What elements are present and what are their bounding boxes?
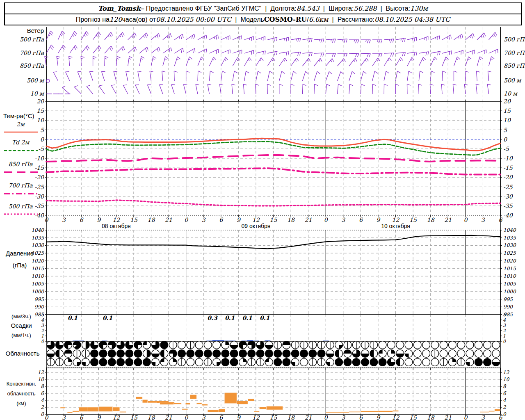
cloud-okta-fill <box>243 358 247 362</box>
header2-part: COSMO-RU <box>264 16 307 23</box>
pressure-ytick-right: 990 <box>503 304 513 310</box>
cloud-okta-fill <box>396 354 404 357</box>
cloud-okta-fill <box>225 341 229 345</box>
header2-part: 120 <box>110 16 122 23</box>
precip-ytick-right: 5 <box>503 312 506 317</box>
hour-tick-label-bottom: 3 <box>62 414 66 420</box>
precip-units-3h: (мм/3ч.) <box>11 313 31 320</box>
convective-cloud-box <box>237 401 248 404</box>
cloud-okta-symbol <box>484 358 491 366</box>
cloud-okta-symbol <box>178 341 186 349</box>
cloud-okta-symbol <box>431 358 439 366</box>
hour-tick-label-bottom: 18 <box>427 414 435 420</box>
hour-tick-label: 18 <box>287 217 295 223</box>
pressure-ytick-right: 1010 <box>503 273 516 279</box>
cloud-okta-symbol <box>449 350 457 358</box>
precip-ytick-right: 3 <box>503 323 506 328</box>
hour-tick-label-bottom: 0 <box>463 414 468 420</box>
hour-tick-label: 6 <box>80 217 84 223</box>
wind-level-label-left: 850 гПа <box>20 62 44 69</box>
cloud-okta-fill <box>466 362 470 366</box>
precip-3h-value: 0.1 <box>242 315 252 321</box>
cloud-okta-symbol <box>134 358 142 366</box>
hour-tick-label: 21 <box>444 217 452 223</box>
hour-tick-label-bottom: 6 <box>499 414 503 420</box>
cloud-okta-symbol <box>187 350 194 358</box>
temp-legend-label: 500 гПа <box>8 203 33 210</box>
convective-cloud-box <box>254 411 260 412</box>
cloud-okta-fill <box>147 350 151 358</box>
cloud-okta-fill <box>265 358 269 362</box>
cloud-okta-symbol <box>405 341 413 349</box>
cloud-okta-symbol <box>108 350 116 358</box>
convective-cloud-box <box>489 411 495 412</box>
cloud-okta-symbol <box>274 350 282 358</box>
conv-ytick-left: 6 <box>41 390 44 396</box>
cloud-okta-fill <box>452 358 456 362</box>
temp-ytick-right: 20 <box>503 98 511 105</box>
convective-cloud-box <box>142 399 148 403</box>
hour-tick-label: 3 <box>202 217 206 223</box>
convective-cloud-box <box>393 411 398 412</box>
cloud-okta-fill <box>265 345 273 349</box>
precip-3h-value: 0.1 <box>103 315 113 321</box>
pressure-ytick-left: 1040 <box>31 227 44 233</box>
hour-tick-label: 9 <box>97 217 101 223</box>
cloud-okta-symbol <box>195 358 203 366</box>
precip-ytick-left: 1 <box>41 333 44 339</box>
cloud-okta-symbol <box>440 350 447 358</box>
precip-bar <box>78 341 84 342</box>
convective-cloud-box <box>87 407 98 411</box>
convective-cloud-box <box>202 404 208 405</box>
cloud-okta-symbol <box>99 358 107 366</box>
cloud-okta-symbol <box>213 341 221 349</box>
convective-cloud-box <box>190 395 197 399</box>
convective-cloud-box <box>79 407 87 411</box>
cloud-okta-symbol <box>204 350 212 358</box>
conv-ytick-right: 4 <box>503 397 506 403</box>
hour-tick-label: 6 <box>499 217 503 223</box>
cloud-okta-fill <box>217 362 220 366</box>
cloud-okta-symbol <box>361 358 369 366</box>
convective-cloud-box <box>378 411 393 412</box>
cloud-okta-symbol <box>274 358 282 366</box>
conv-ytick-left: 0 <box>41 411 44 417</box>
temp-ytick-left: 20 <box>37 98 44 105</box>
cloud-okta-symbol <box>221 358 229 366</box>
temp-ytick-right: 15 <box>503 107 511 114</box>
temp-ytick-left: 10 <box>37 117 44 123</box>
panel-pressure <box>46 235 500 249</box>
cloud-okta-symbol <box>317 350 325 358</box>
cloud-okta-symbol <box>126 358 133 366</box>
convective-cloud-box <box>120 411 126 413</box>
cloud-okta-symbol <box>335 358 343 366</box>
cloud-okta-symbol <box>309 350 317 358</box>
convective-cloud-box <box>60 407 65 409</box>
pressure-panel-units: (гПа) <box>13 262 27 269</box>
header2-part: Рассчитано: <box>338 16 374 23</box>
temp-ytick-left: -25 <box>34 184 44 190</box>
cloud-okta-symbol <box>256 350 264 358</box>
precip-ytick-left: 4 <box>41 317 44 323</box>
cloud-okta-symbol <box>213 350 221 358</box>
panel-wind <box>45 31 498 94</box>
cloud-okta-symbol <box>492 350 500 358</box>
hour-tick-label: 15 <box>409 217 417 223</box>
pressure-ytick-left: 1010 <box>31 273 44 279</box>
hour-tick-label-bottom: 6 <box>219 414 223 420</box>
cloud-okta-fill <box>173 358 177 362</box>
convective-cloud-box <box>495 409 500 411</box>
convective-cloud-box <box>480 412 488 413</box>
cloud-okta-symbol <box>134 350 142 358</box>
hour-tick-label: 3 <box>62 217 66 223</box>
wind-level-label-left: 500 гПа <box>20 36 44 43</box>
header-line-2: Прогноз на 120 часа(ов) от 08.10.2025 00… <box>5 14 521 25</box>
cloud-okta-fill <box>361 354 369 357</box>
pressure-ytick-left: 1005 <box>31 281 44 287</box>
cloud-okta-symbol <box>466 341 474 349</box>
cloud-okta-symbol <box>431 341 439 349</box>
precip-3h-value: 0.1 <box>225 315 235 321</box>
pressure-ytick-right: 1015 <box>503 266 516 272</box>
precip-bar <box>218 340 224 341</box>
hour-tick-label-bottom: 21 <box>305 414 312 420</box>
